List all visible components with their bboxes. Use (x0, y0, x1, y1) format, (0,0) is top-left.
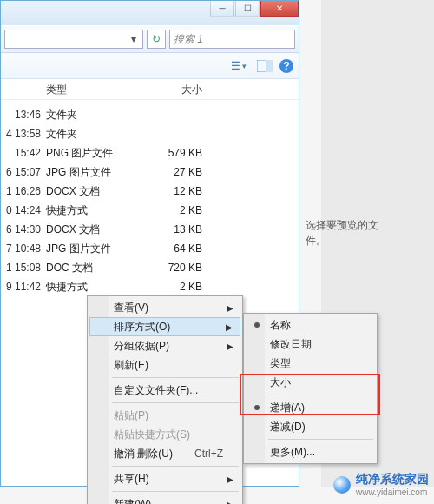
svg-rect-1 (266, 60, 273, 72)
address-dropdown-icon[interactable]: ▾ (127, 31, 141, 47)
preview-pane-text: 选择要预览的文件。 (306, 217, 384, 249)
preview-pane-button[interactable] (253, 56, 276, 76)
cell-type: 快捷方式 (46, 203, 133, 218)
search-placeholder: 搜索 1 (174, 32, 203, 47)
cell-type: DOCX 文档 (46, 222, 133, 237)
menu-share[interactable]: 共享(H)▶ (89, 469, 240, 488)
cell-size: 579 KB (133, 147, 220, 159)
cell-time: 6 15:07 (1, 166, 46, 178)
sort-more[interactable]: 更多(M)... (246, 442, 375, 461)
table-row[interactable]: 9 11:42快捷方式2 KB (1, 277, 299, 296)
cell-type: 文件夹 (46, 127, 133, 142)
cell-time: 0 14:24 (1, 204, 46, 216)
cell-time: 7 10:48 (1, 242, 46, 255)
cell-type: DOCX 文档 (46, 184, 133, 199)
menu-undo[interactable]: 撤消 删除(U)Ctrl+Z (89, 444, 240, 463)
menu-new[interactable]: 新建(W)▶ (89, 494, 240, 504)
shortcut-label: Ctrl+Z (194, 448, 223, 460)
sort-name[interactable]: 名称 (246, 315, 375, 335)
table-row[interactable]: 0 14:24快捷方式2 KB (1, 201, 299, 220)
cell-size: 2 KB (133, 204, 220, 216)
column-headers: 类型 大小 (1, 79, 299, 100)
highlight-box (240, 374, 380, 415)
watermark-title: 纯净系统家园 (356, 472, 429, 487)
nav-bar: ▾ ↻ 搜索 1 (1, 25, 299, 53)
cell-time: 6 14:30 (1, 223, 46, 235)
column-time[interactable] (1, 83, 46, 97)
cell-time: 15:42 (1, 147, 46, 159)
column-type[interactable]: 类型 (46, 83, 133, 97)
cell-size: 27 KB (133, 166, 220, 178)
cell-type: 快捷方式 (46, 280, 133, 295)
address-bar[interactable]: ▾ (4, 30, 143, 49)
menu-view[interactable]: 查看(V)▶ (89, 298, 240, 317)
menu-sort[interactable]: 排序方式(O)▶ (89, 317, 240, 336)
table-row[interactable]: 15:42PNG 图片文件579 KB (1, 143, 299, 162)
cell-size: 64 KB (133, 242, 220, 255)
table-row[interactable]: 4 13:58文件夹 (1, 124, 299, 143)
menu-refresh[interactable]: 刷新(E) (89, 355, 240, 375)
sort-date[interactable]: 修改日期 (246, 335, 375, 354)
close-button[interactable]: ✕ (260, 1, 299, 17)
table-row[interactable]: 13:46文件夹 (1, 105, 299, 124)
view-mode-button[interactable]: ☰ ▾ (227, 56, 250, 76)
table-row[interactable]: 1 16:26DOCX 文档12 KB (1, 182, 299, 201)
help-button[interactable]: ? (279, 59, 293, 73)
cell-type: JPG 图片文件 (46, 165, 133, 180)
menu-paste: 粘贴(P) (89, 406, 240, 425)
cell-size: 720 KB (133, 262, 220, 274)
cell-size: 2 KB (133, 281, 220, 293)
context-menu: 查看(V)▶ 排序方式(O)▶ 分组依据(P)▶ 刷新(E) 自定义文件夹(F)… (87, 295, 243, 504)
table-row[interactable]: 6 14:30DOCX 文档13 KB (1, 220, 299, 239)
cell-type: PNG 图片文件 (46, 146, 133, 161)
submenu-arrow-icon: ▶ (227, 500, 233, 505)
cell-size: 13 KB (133, 223, 220, 235)
watermark-url: www.yidaimei.com (356, 487, 429, 497)
table-row[interactable]: 7 10:48JPG 图片文件64 KB (1, 239, 299, 258)
bullet-icon (254, 322, 260, 328)
submenu-arrow-icon: ▶ (227, 342, 233, 351)
column-size[interactable]: 大小 (133, 83, 220, 97)
cell-size: 12 KB (133, 185, 220, 197)
help-icon: ? (283, 60, 289, 72)
minimize-button[interactable]: ─ (210, 1, 234, 17)
refresh-icon: ↻ (152, 33, 161, 45)
submenu-arrow-icon: ▶ (226, 322, 233, 332)
watermark: 纯净系统家园 www.yidaimei.com (333, 472, 429, 497)
sort-descending[interactable]: 递减(D) (246, 417, 375, 436)
submenu-arrow-icon: ▶ (227, 303, 233, 313)
submenu-arrow-icon: ▶ (227, 474, 233, 484)
cell-time: 4 13:58 (1, 128, 46, 140)
watermark-logo-icon (333, 476, 351, 494)
menu-customize[interactable]: 自定义文件夹(F)... (89, 381, 240, 400)
toolbar: ☰ ▾ ? (1, 53, 299, 79)
chevron-down-icon: ▾ (242, 62, 247, 70)
menu-group[interactable]: 分组依据(P)▶ (89, 336, 240, 355)
cell-time: 9 11:42 (1, 281, 46, 293)
list-icon: ☰ (231, 60, 240, 72)
table-row[interactable]: 1 15:08DOC 文档720 KB (1, 258, 299, 277)
cell-time: 13:46 (1, 109, 46, 121)
cell-type: 文件夹 (46, 108, 133, 123)
cell-time: 1 15:08 (1, 262, 46, 274)
maximize-button[interactable]: ☐ (235, 1, 260, 17)
refresh-button[interactable]: ↻ (147, 30, 166, 49)
menu-paste-shortcut: 粘贴快捷方式(S) (89, 425, 240, 444)
cell-type: DOC 文档 (46, 261, 133, 275)
file-list[interactable]: 13:46文件夹4 13:58文件夹15:42PNG 图片文件579 KB6 1… (1, 100, 299, 296)
preview-pane-icon (257, 60, 273, 72)
table-row[interactable]: 6 15:07JPG 图片文件27 KB (1, 162, 299, 182)
titlebar: ─ ☐ ✕ (1, 1, 299, 25)
search-input[interactable]: 搜索 1 (169, 30, 295, 49)
cell-type: JPG 图片文件 (46, 242, 133, 256)
sort-type[interactable]: 类型 (246, 354, 375, 373)
cell-time: 1 16:26 (1, 185, 46, 197)
